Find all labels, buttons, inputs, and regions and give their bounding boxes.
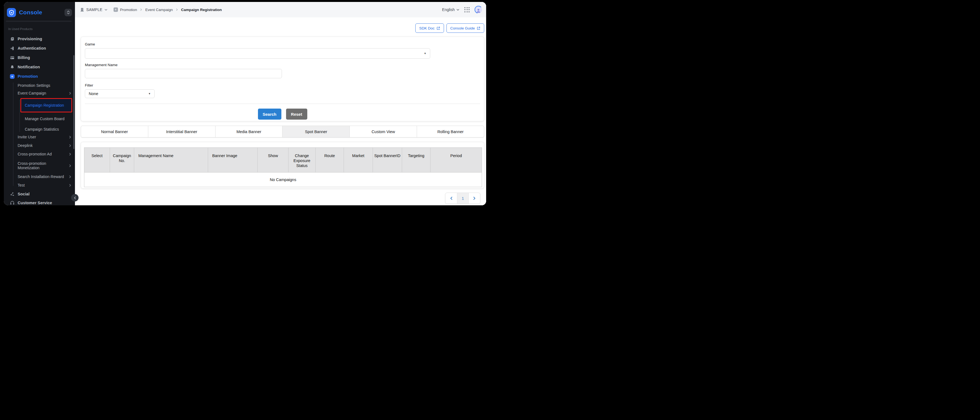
apps-grid-icon[interactable] — [465, 7, 469, 13]
sidebar-item-notification[interactable]: Notification — [4, 62, 75, 72]
pagination: 1 — [445, 192, 480, 204]
chevron-right-icon — [473, 197, 476, 200]
console-guide-button[interactable]: Console Guide — [447, 24, 484, 33]
table-header-row: Select Campaign No. Management Name Bann… — [84, 148, 482, 172]
headset-icon — [10, 200, 14, 205]
sidebar-item-provisioning[interactable]: Provisioning — [4, 34, 75, 43]
credit-card-icon — [10, 55, 14, 60]
chevron-right-icon — [68, 164, 72, 167]
screen: Console In Used Products Provisioning Au… — [0, 0, 490, 210]
language-selector[interactable]: English — [442, 8, 460, 12]
tab-normal-banner[interactable]: Normal Banner — [81, 126, 148, 137]
sidebar-scrollbar[interactable] — [73, 55, 75, 149]
topbar: SAMPLE + Promotion Event Campaign Campai… — [75, 2, 486, 18]
col-change-exposure-status: Change Exposure Status — [288, 148, 315, 172]
pagination-next-button[interactable] — [468, 193, 480, 204]
workspace-selector[interactable]: SAMPLE — [80, 8, 108, 12]
tab-rolling-banner[interactable]: Rolling Banner — [417, 126, 484, 137]
sidebar-section-label: In Used Products — [8, 27, 32, 30]
sidebar-item-campaign-registration[interactable]: Campaign Registration — [21, 98, 72, 113]
pagination-prev-button[interactable] — [445, 193, 457, 204]
language-label: English — [442, 8, 455, 12]
empty-message: No Campaigns — [84, 172, 482, 187]
dropdown-arrow-icon: ▼ — [424, 52, 426, 55]
promotion-plus-icon: + — [10, 74, 14, 79]
sidebar: Console In Used Products Provisioning Au… — [4, 2, 75, 205]
breadcrumb-promotion[interactable]: Promotion — [120, 8, 137, 12]
sidebar-item-promotion[interactable]: + Promotion — [4, 72, 75, 81]
chevron-right-icon — [68, 135, 72, 138]
sidebar-item-billing[interactable]: Billing — [4, 53, 75, 62]
console-logo-text[interactable]: Console — [19, 9, 42, 16]
external-link-icon — [477, 27, 480, 30]
console-logo-icon[interactable] — [7, 8, 16, 17]
sidebar-item-social[interactable]: Social — [4, 189, 75, 199]
form-divider — [85, 103, 480, 104]
reset-button[interactable]: Reset — [286, 108, 307, 119]
col-targeting: Targeting — [402, 148, 431, 172]
dropdown-arrow-icon: ▼ — [148, 92, 151, 95]
search-button[interactable]: Search — [258, 108, 282, 119]
sidebar-item-search-installation-reward[interactable]: Search Installation·Reward — [4, 172, 75, 181]
sidebar-item-event-campaign[interactable]: Event Campaign — [4, 89, 75, 98]
management-name-input[interactable] — [85, 69, 282, 78]
app-window: Console In Used Products Provisioning Au… — [4, 2, 486, 205]
filter-label: Filter — [85, 83, 480, 88]
sidebar-workspace-switcher-icon[interactable] — [65, 9, 72, 16]
chevron-left-icon — [450, 197, 453, 200]
sidebar-header: Console — [7, 8, 72, 17]
avatar-progress-ring — [474, 6, 482, 13]
content-area: SDK Doc Console Guide Game ▼ Management … — [75, 18, 486, 205]
tab-media-banner[interactable]: Media Banner — [215, 126, 283, 137]
sidebar-item-cross-promotion-monetization[interactable]: Cross-promotion Monetization — [4, 159, 75, 172]
chevron-down-icon — [457, 8, 460, 11]
breadcrumb-campaign-registration: Campaign Registration — [181, 8, 222, 12]
game-label: Game — [85, 42, 480, 46]
chevron-right-icon — [68, 184, 72, 187]
main-area: SAMPLE + Promotion Event Campaign Campai… — [75, 2, 486, 205]
sidebar-collapse-button[interactable] — [71, 194, 78, 202]
login-icon — [10, 46, 14, 51]
filter-select[interactable]: None ▼ — [85, 89, 154, 98]
user-avatar[interactable] — [474, 6, 482, 13]
sdk-doc-button[interactable]: SDK Doc — [415, 24, 444, 33]
game-select[interactable]: ▼ — [85, 48, 430, 59]
col-market: Market — [344, 148, 373, 172]
workspace-name: SAMPLE — [86, 8, 102, 12]
chevron-right-icon — [68, 92, 72, 95]
col-management-name: Management Name — [134, 148, 208, 172]
external-link-icon — [436, 27, 440, 30]
sidebar-item-deeplink[interactable]: Deeplink — [4, 141, 75, 150]
building-icon — [80, 8, 84, 12]
pagination-row: 1 — [81, 192, 480, 204]
clipboard-icon — [10, 37, 14, 41]
chevron-right-icon — [140, 8, 143, 11]
tab-custom-view[interactable]: Custom View — [350, 126, 417, 137]
col-banner-image: Banner Image — [208, 148, 258, 172]
tab-spot-banner[interactable]: Spot Banner — [282, 126, 350, 137]
sidebar-item-test[interactable]: Test — [4, 180, 75, 190]
management-name-label: Management Name — [85, 63, 480, 67]
tab-interstitial-banner[interactable]: Interstitial Banner — [148, 126, 215, 137]
campaign-table: Select Campaign No. Management Name Bann… — [84, 148, 482, 187]
sidebar-divider — [6, 21, 72, 22]
col-spot-bannerid: Spot BannerID — [373, 148, 402, 172]
bell-icon — [10, 65, 14, 70]
breadcrumb-event-campaign[interactable]: Event Campaign — [145, 8, 173, 12]
col-select: Select — [84, 148, 110, 172]
sidebar-item-invite-user[interactable]: Invite User — [4, 132, 75, 142]
chevron-right-icon — [68, 144, 72, 147]
search-filter-card: Game ▼ Management Name Filter None ▼ Sea… — [81, 37, 484, 121]
col-show: Show — [258, 148, 288, 172]
col-route: Route — [315, 148, 344, 172]
sidebar-item-customer-service[interactable]: Customer Service — [4, 198, 75, 205]
chevron-right-icon — [175, 8, 178, 11]
doc-links-row: SDK Doc Console Guide — [81, 24, 484, 33]
sidebar-item-cross-promotion-ad[interactable]: Cross-promotion Ad — [4, 150, 75, 159]
sidebar-item-authentication[interactable]: Authentication — [4, 43, 75, 53]
chevron-down-icon — [105, 8, 108, 11]
campaign-table-card: Select Campaign No. Management Name Bann… — [81, 142, 484, 188]
share-nodes-icon — [10, 191, 14, 197]
sidebar-item-manage-custom-board[interactable]: Manage Custom Board — [4, 113, 67, 125]
pagination-page-1[interactable]: 1 — [457, 193, 468, 204]
